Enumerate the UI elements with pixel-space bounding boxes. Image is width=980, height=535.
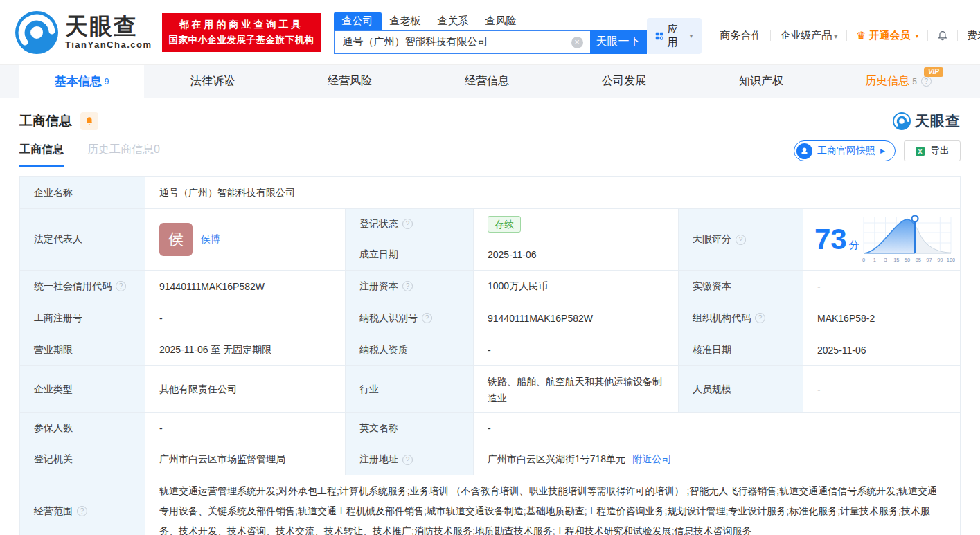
apps-label: 应用 (668, 23, 684, 49)
clear-search-icon[interactable]: × (571, 37, 583, 48)
taxpayer-qual-value: - (473, 334, 678, 365)
nav-enterprise-products[interactable]: 企业级产品▾ (780, 29, 837, 42)
primary-tabbar: 基本信息 9 法律诉讼 经营风险 经营信息 公司发展 知识产权 VIP 历史信息… (0, 64, 980, 98)
subscribe-bell-button[interactable] (80, 112, 98, 130)
field-label: 实缴资本 (678, 271, 803, 302)
field-label: 注册资本? (345, 271, 473, 302)
help-icon[interactable]: ? (736, 235, 746, 245)
legal-rep-link[interactable]: 侯博 (201, 233, 220, 246)
official-snapshot-button[interactable]: 工商官网快照 ▶ (794, 140, 896, 161)
username: 费米 (967, 29, 980, 41)
search-row: × 天眼一下 (334, 30, 647, 54)
business-info-table: 企业名称 通号（广州）智能科技有限公司 法定代表人 侯 侯博 登记状态? 存续 … (19, 176, 961, 535)
tianyancha-logo-icon (893, 112, 911, 130)
apps-grid-icon (655, 30, 663, 42)
svg-text:85: 85 (915, 257, 920, 263)
help-icon[interactable]: ? (921, 76, 932, 87)
user-menu[interactable]: 费米▾ (967, 29, 980, 42)
field-label: 登记状态? (345, 209, 473, 239)
tianyan-score-cell: 73 分 (803, 209, 961, 270)
reg-address-cell: 广州市白云区兴湖街1号718单元 附近公司 (473, 444, 960, 475)
divider (711, 30, 711, 41)
staff-size-value: - (803, 366, 960, 412)
tab-basic-info[interactable]: 基本信息 9 (19, 65, 144, 98)
field-label: 营业期限 (20, 334, 145, 365)
search-button[interactable]: 天眼一下 (590, 30, 647, 54)
tab-legal-litigation[interactable]: 法律诉讼 (144, 65, 281, 98)
subtab-actions: 工商官网快照 ▶ X 导出 (794, 140, 961, 161)
chevron-down-icon: ▾ (915, 32, 918, 39)
field-label: 成立日期 (345, 239, 473, 270)
export-button[interactable]: X 导出 (904, 140, 961, 161)
logo-text: 天眼查 TianYanCha.com (65, 15, 152, 50)
subtab-business-info[interactable]: 工商信息 (19, 143, 64, 167)
divider (927, 30, 928, 41)
nav-cooperation[interactable]: 商务合作 (720, 29, 761, 42)
tab-operation-info[interactable]: 经营信息 (418, 65, 555, 98)
tab-intellectual-property[interactable]: 知识产权 (693, 65, 830, 98)
field-label: 参保人数 (20, 413, 145, 444)
bell-icon (84, 116, 94, 126)
biz-scope-value: 轨道交通运营管理系统开发;对外承包工程;计算机系统服务;业务培训 （不含教育培训… (145, 475, 960, 535)
table-row: 登记机关 广州市白云区市场监督管理局 注册地址? 广州市白云区兴湖街1号718单… (20, 444, 960, 475)
score-axis-ticks: 0 1 3 15 50 85 97 99 100 (862, 257, 955, 263)
help-icon[interactable]: ? (402, 281, 413, 291)
arrow-right-icon: ▶ (880, 147, 885, 154)
tab-history-info[interactable]: VIP 历史信息 5 ? (830, 65, 967, 98)
subtab-history-business-info[interactable]: 历史工商信息0 (87, 143, 160, 167)
svg-text:50: 50 (905, 257, 910, 263)
nav-open-membership[interactable]: ♛ 开通会员 ▾ (856, 29, 918, 42)
search-tab-relation[interactable]: 查关系 (429, 12, 477, 30)
help-icon[interactable]: ? (422, 313, 432, 323)
svg-text:0: 0 (862, 257, 865, 263)
help-icon[interactable]: ? (402, 219, 413, 229)
table-row: 企业类型 其他有限责任公司 行业 铁路、船舶、航空航天和其他运输设备制造业 人员… (20, 365, 960, 412)
brand-domain: TianYanCha.com (65, 39, 152, 50)
tab-operation-risk[interactable]: 经营风险 (281, 65, 418, 98)
score-distribution-chart: 0 1 3 15 50 85 97 99 100 (859, 213, 955, 266)
site-logo[interactable]: 天眼查 TianYanCha.com (15, 11, 152, 54)
help-icon[interactable]: ? (755, 313, 765, 323)
english-name-value: - (473, 413, 960, 444)
search-tab-boss[interactable]: 查老板 (382, 12, 429, 30)
notification-bell-icon[interactable] (937, 29, 948, 42)
help-icon[interactable]: ? (77, 506, 87, 516)
field-label: 天眼评分? (678, 209, 803, 270)
section-header: 工商信息 天眼查 (0, 98, 980, 131)
reg-authority-value: 广州市白云区市场监督管理局 (145, 444, 345, 475)
svg-text:3: 3 (884, 257, 887, 263)
help-icon[interactable]: ? (402, 455, 413, 465)
slogan-line1: 都在用的商业查询工具 (169, 19, 314, 31)
nearby-companies-link[interactable]: 附近公司 (632, 453, 671, 466)
search-tab-risk[interactable]: 查风险 (477, 12, 525, 30)
svg-text:100: 100 (946, 257, 954, 263)
stamp-icon (796, 143, 812, 159)
field-label: 统一社会信用代码? (20, 271, 145, 302)
divider (770, 30, 771, 41)
table-row: 营业期限 2025-11-06 至 无固定期限 纳税人资质 - 核准日期 202… (20, 334, 960, 365)
search-input[interactable] (334, 30, 590, 54)
chevron-down-icon: ▾ (834, 33, 837, 40)
slogan-line2: 国家中小企业发展子基金旗下机构 (169, 34, 314, 46)
legal-rep-cell: 侯 侯博 (145, 209, 345, 270)
table-row: 工商注册号 - 纳税人识别号? 91440111MAK16P582W 组织机构代… (20, 302, 960, 334)
search-area: 查公司 查老板 查关系 查风险 × 天眼一下 (334, 12, 647, 54)
field-label: 注册地址? (345, 444, 473, 475)
svg-text:1: 1 (873, 257, 875, 263)
search-tabs: 查公司 查老板 查关系 查风险 (334, 12, 647, 30)
field-label: 组织机构代码? (678, 302, 803, 334)
search-tab-company[interactable]: 查公司 (334, 12, 382, 30)
reg-address-value: 广州市白云区兴湖街1号718单元 (488, 453, 625, 466)
reg-capital-value: 1000万人民币 (473, 271, 678, 302)
top-nav: 应用 ▾ 商务合作 企业级产品▾ ♛ 开通会员 ▾ 费米▾ (647, 18, 980, 54)
uscc-value: 91440111MAK16P582W (145, 271, 345, 302)
vip-badge: VIP (924, 67, 943, 77)
tab-company-development[interactable]: 公司发展 (555, 65, 693, 98)
top-header: 天眼查 TianYanCha.com 都在用的商业查询工具 国家中小企业发展子基… (0, 0, 980, 64)
divider (957, 30, 958, 41)
est-date-value: 2025-11-06 (473, 239, 678, 270)
avatar[interactable]: 侯 (159, 223, 193, 256)
apps-menu[interactable]: 应用 ▾ (647, 18, 702, 54)
help-icon[interactable]: ? (116, 281, 126, 291)
crown-icon: ♛ (856, 29, 866, 42)
